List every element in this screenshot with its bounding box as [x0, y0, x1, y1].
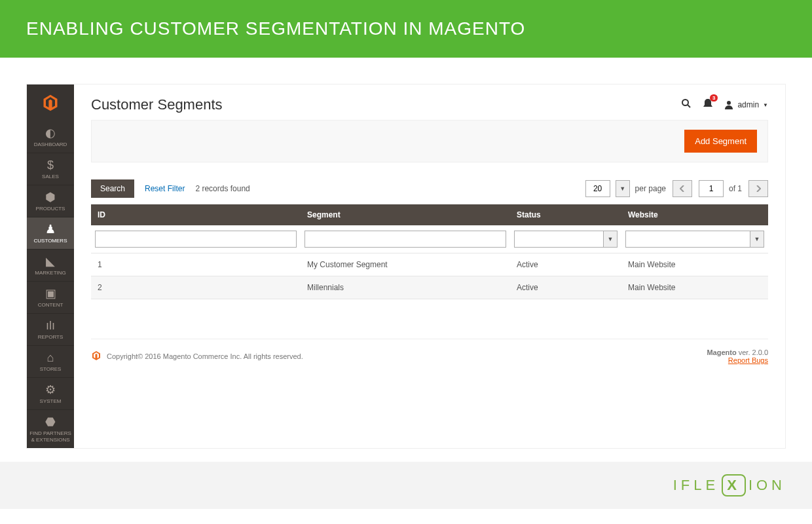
search-button[interactable]: Search — [91, 179, 134, 198]
copyright-text: Copyright© 2016 Magento Commerce Inc. Al… — [107, 352, 303, 360]
grid-controls: Search Reset Filter 2 records found ▼ pe… — [91, 179, 768, 198]
table-row[interactable]: 1 My Customer Segment Active Main Websit… — [91, 253, 768, 276]
partners-icon: ⬣ — [45, 416, 56, 428]
sidebar-item-system[interactable]: ⚙ SYSTEM — [27, 378, 74, 410]
sidebar-item-reports[interactable]: ılı REPORTS — [27, 314, 74, 346]
svg-point-2 — [727, 101, 731, 105]
per-page-label: per page — [635, 184, 666, 193]
gear-icon: ⚙ — [45, 384, 56, 396]
sidebar-item-marketing[interactable]: ◣ MARKETING — [27, 250, 74, 282]
sidebar-item-products[interactable]: ⬢ PRODUCTS — [27, 185, 74, 217]
cell-status: Active — [510, 253, 621, 276]
content-icon: ▣ — [45, 288, 56, 299]
page-of-label: of 1 — [729, 184, 742, 193]
filter-id-input[interactable] — [95, 231, 297, 248]
sidebar-label: SYSTEM — [40, 398, 62, 404]
col-header-segment[interactable]: Segment — [301, 204, 510, 225]
person-icon: ♟ — [45, 223, 56, 235]
segments-table: ID Segment Status Website ▼ ▼ 1 My Custo… — [91, 204, 768, 299]
records-found: 2 records found — [195, 184, 249, 193]
version-text: ver. 2.0.0 — [737, 348, 768, 356]
report-bugs-link[interactable]: Report Bugs — [728, 356, 768, 364]
cell-segment: Millennials — [301, 276, 510, 299]
filter-segment-input[interactable] — [304, 231, 506, 248]
caret-down-icon: ▼ — [763, 102, 768, 108]
filter-row: ▼ ▼ — [91, 225, 768, 253]
cell-id: 2 — [91, 276, 301, 299]
sidebar-label: DASHBOARD — [34, 141, 67, 147]
filter-status-dropdown[interactable]: ▼ — [603, 231, 618, 248]
search-icon[interactable] — [681, 98, 692, 111]
bars-icon: ılı — [46, 320, 55, 331]
sidebar-item-sales[interactable]: $ SALES — [27, 153, 74, 185]
per-page-input[interactable] — [585, 180, 610, 197]
sidebar-item-partners[interactable]: ⬣ FIND PARTNERS & EXTENSIONS — [27, 410, 74, 448]
sidebar-item-stores[interactable]: ⌂ STORES — [27, 346, 74, 378]
iflexion-logo: IFLE X ION — [673, 474, 786, 496]
page-title: Customer Segments — [91, 96, 223, 113]
table-row[interactable]: 2 Millennials Active Main Website — [91, 276, 768, 299]
sidebar-label: MARKETING — [35, 270, 66, 276]
svg-line-1 — [688, 105, 690, 107]
magento-footer-icon — [91, 350, 101, 362]
branding-strip: IFLE X ION — [0, 462, 812, 509]
per-page-dropdown[interactable]: ▼ — [616, 180, 630, 197]
filter-website-dropdown[interactable]: ▼ — [750, 231, 764, 248]
sidebar-label: CUSTOMERS — [34, 238, 67, 244]
reset-filter-link[interactable]: Reset Filter — [145, 184, 185, 193]
sidebar-item-customers[interactable]: ♟ CUSTOMERS — [27, 217, 74, 250]
main-content: Customer Segments 3 admin ▼ Add Segment — [74, 84, 785, 448]
notifications-icon[interactable]: 3 — [703, 98, 712, 111]
dollar-icon: $ — [47, 159, 54, 171]
page-input[interactable] — [699, 180, 724, 197]
store-icon: ⌂ — [47, 352, 54, 364]
sidebar-label: REPORTS — [38, 334, 64, 340]
svg-point-0 — [682, 100, 688, 105]
add-segment-button[interactable]: Add Segment — [684, 130, 757, 153]
header-actions: 3 admin ▼ — [681, 98, 768, 111]
user-name: admin — [737, 100, 759, 109]
user-icon — [724, 100, 733, 109]
filter-status-select[interactable] — [514, 231, 603, 248]
next-page-button[interactable] — [748, 180, 768, 197]
version-label: Magento — [707, 348, 736, 356]
cell-status: Active — [510, 276, 621, 299]
sidebar-label: STORES — [40, 366, 62, 372]
sidebar-label: CONTENT — [38, 302, 64, 308]
user-dropdown[interactable]: admin ▼ — [724, 100, 768, 109]
footer: Copyright© 2016 Magento Commerce Inc. Al… — [91, 339, 768, 377]
cell-website: Main Website — [621, 276, 768, 299]
sidebar-label: FIND PARTNERS & EXTENSIONS — [28, 430, 73, 443]
action-bar: Add Segment — [91, 120, 768, 162]
page-header: Customer Segments 3 admin ▼ — [91, 96, 768, 113]
col-header-id[interactable]: ID — [91, 204, 301, 225]
cube-icon: ⬢ — [45, 191, 56, 203]
magento-logo-icon[interactable] — [27, 84, 74, 121]
filter-website-select[interactable] — [625, 231, 750, 248]
megaphone-icon: ◣ — [46, 255, 55, 267]
cell-website: Main Website — [621, 253, 768, 276]
gauge-icon: ◐ — [45, 127, 56, 139]
sidebar-label: PRODUCTS — [36, 206, 65, 212]
sidebar-item-content[interactable]: ▣ CONTENT — [27, 282, 74, 314]
col-header-status[interactable]: Status — [510, 204, 621, 225]
banner-title: ENABLING CUSTOMER SEGMENTATION IN MAGENT… — [26, 18, 525, 39]
cell-segment: My Customer Segment — [301, 253, 510, 276]
sidebar-item-dashboard[interactable]: ◐ DASHBOARD — [27, 121, 74, 153]
notification-badge: 3 — [710, 94, 718, 102]
app-frame: ◐ DASHBOARD $ SALES ⬢ PRODUCTS ♟ CUSTOME… — [26, 84, 786, 449]
col-header-website[interactable]: Website — [621, 204, 768, 225]
sidebar-label: SALES — [42, 174, 59, 179]
cell-id: 1 — [91, 253, 301, 276]
sidebar: ◐ DASHBOARD $ SALES ⬢ PRODUCTS ♟ CUSTOME… — [27, 84, 74, 448]
top-banner: ENABLING CUSTOMER SEGMENTATION IN MAGENT… — [0, 0, 812, 58]
prev-page-button[interactable] — [673, 180, 692, 197]
